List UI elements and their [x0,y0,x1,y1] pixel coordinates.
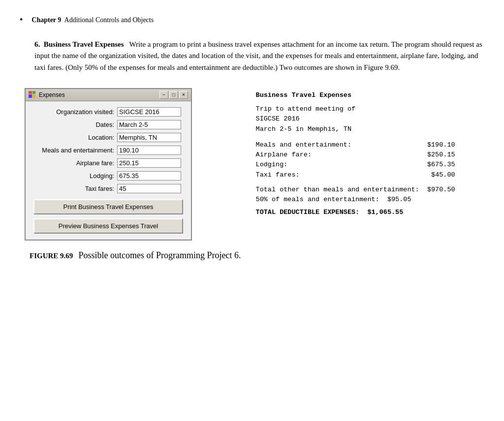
expense-label-3: Taxi fares: [256,170,422,180]
form-buttons: Print Business Travel Expenses Preview B… [33,199,183,234]
total-other-amount: $970.50 [427,186,455,193]
figures-container: Expenses − □ × Organization visited: Dat… [20,88,484,261]
input-lodging[interactable] [117,171,181,180]
grand-total-amount: $1,065.55 [367,209,403,216]
output-panel: Business Travel Expenses Trip to attend … [256,88,455,218]
dialog-title-left: Expenses [29,91,65,99]
output-amounts: $190.10 $250.15 $675.35 $45.00 [427,140,455,180]
input-dates[interactable] [117,120,181,129]
close-button[interactable]: × [179,91,188,99]
input-airplane[interactable] [117,158,181,168]
trip-line2: SIGCSE 2016 [256,114,455,124]
expenses-dialog: Expenses − □ × Organization visited: Dat… [25,88,192,241]
form-row-org: Organization visited: [33,107,183,117]
chapter-label: Chapter 9 [32,16,61,24]
output-labels: Meals and entertainment: Airplane fare: … [256,140,422,180]
chapter-header: • Chapter 9 Additional Controls and Obje… [20,15,484,25]
trip-line1: Trip to attend meeting of [256,104,455,114]
figure-caption-area: FIGURE 9.69 Possible outcomes of Program… [25,250,241,261]
expense-label-0: Meals and entertainment: [256,140,422,150]
form-row-airplane: Airplane fare: [33,158,183,168]
figure-number: FIGURE 9.69 [30,252,73,260]
label-airplane: Airplane fare: [33,159,117,167]
chapter-subtitle: Additional Controls and Objects [64,16,154,24]
input-meals[interactable] [117,146,181,155]
output-expenses: Meals and entertainment: Airplane fare: … [256,140,455,180]
preview-button[interactable]: Preview Business Expenses Travel [33,218,183,234]
output-title: Business Travel Expenses [256,90,455,100]
form-row-meals: Meals and entertainment: [33,146,183,155]
input-taxi[interactable] [117,184,181,193]
expense-amount-1: $250.15 [427,150,455,160]
problem-number: 6. [34,40,40,48]
expense-amount-3: $45.00 [427,170,455,180]
label-meals: Meals and entertainment: [33,147,117,154]
minimize-button[interactable]: − [159,91,168,99]
form-row-dates: Dates: [33,120,183,129]
label-org: Organization visited: [33,108,117,116]
maximize-button[interactable]: □ [169,91,178,99]
bullet-point: • [20,15,23,25]
label-dates: Dates: [33,121,117,128]
form-row-location: Location: [33,133,183,142]
input-org[interactable] [117,107,181,117]
dialog-controls[interactable]: − □ × [159,91,188,99]
problem-title: Business Travel Expenses [44,40,124,48]
output-totals: Total other than meals and entertainment… [256,185,455,205]
expense-amount-0: $190.10 [427,140,455,150]
meals-50-amount: $95.05 [387,196,411,203]
output-grand-total: TOTAL DEDUCTIBLE EXPENSES: $1,065.55 [256,208,455,217]
figure-caption: Possible outcomes of Programming Project… [79,250,241,260]
input-location[interactable] [117,133,181,142]
app-icon [29,91,36,99]
print-button[interactable]: Print Business Travel Expenses [33,199,183,214]
dialog-body: Organization visited: Dates: Location: M… [26,101,191,240]
total-other-label: Total other than meals and entertainment… [256,186,419,193]
dialog-titlebar: Expenses − □ × [26,89,191,101]
meals-50-line: 50% of meals and entertainment: $95.05 [256,195,455,205]
label-location: Location: [33,134,117,141]
label-lodging: Lodging: [33,172,117,180]
form-row-taxi: Taxi fares: [33,184,183,193]
grand-total-label: TOTAL DEDUCTIBLE EXPENSES: [256,209,360,216]
dialog-title-text: Expenses [39,91,65,98]
dialog-box: Expenses − □ × Organization visited: Dat… [25,88,241,261]
expense-label-1: Airplane fare: [256,150,422,160]
form-row-lodging: Lodging: [33,171,183,180]
total-other-line: Total other than meals and entertainment… [256,185,455,195]
trip-line3: March 2-5 in Memphis, TN [256,124,455,134]
problem-text: 6. Business Travel Expenses Write a prog… [34,39,484,73]
output-trip-info: Trip to attend meeting of SIGCSE 2016 Ma… [256,104,455,134]
label-taxi: Taxi fares: [33,185,117,192]
problem-section: 6. Business Travel Expenses Write a prog… [20,39,484,73]
expense-label-2: Lodging: [256,160,422,170]
chapter-title: Chapter 9 Additional Controls and Object… [32,16,154,24]
expense-amount-2: $675.35 [427,160,455,170]
meals-50-label: 50% of meals and entertainment: [256,196,379,203]
